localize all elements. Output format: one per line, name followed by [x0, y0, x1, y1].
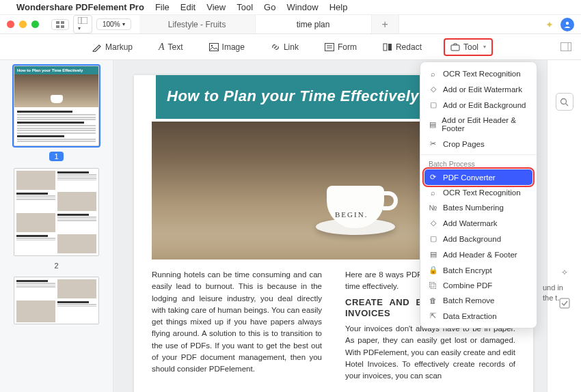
menu-window[interactable]: Window — [286, 2, 318, 12]
dd-label: PDF Converter — [443, 173, 496, 182]
trash-icon: 🗑 — [429, 296, 437, 305]
tool-label: Redact — [396, 42, 422, 52]
menu-edit[interactable]: Edit — [180, 2, 195, 12]
menu-view[interactable]: View — [206, 2, 226, 12]
tips-icon[interactable]: ✦ — [545, 19, 554, 30]
dd-label: Batch Encrypt — [443, 266, 492, 275]
new-tab-button[interactable]: + — [372, 15, 399, 33]
dd-add-header-footer[interactable]: ▤Add Header & Footer — [420, 247, 537, 262]
dd-batch-encrypt[interactable]: 🔒Batch Encrypt — [420, 262, 537, 278]
fullscreen-window-button[interactable] — [31, 20, 39, 28]
convert-icon: ⟳ — [429, 173, 437, 182]
checkbox-icon[interactable] — [559, 298, 570, 309]
user-avatar[interactable] — [560, 18, 574, 31]
image-tool[interactable]: Image — [205, 40, 249, 55]
dd-label: Add Header & Footer — [443, 251, 517, 259]
minimize-window-button[interactable] — [19, 20, 27, 28]
thumb-hero — [14, 74, 98, 107]
document-tab-timeplan[interactable]: time plan — [256, 15, 372, 33]
svg-rect-1 — [61, 21, 64, 24]
form-icon — [325, 43, 334, 51]
dd-background[interactable]: ▢Add or Edit Background — [420, 97, 537, 113]
redact-tool[interactable]: Redact — [379, 40, 426, 55]
crop-icon: ✂ — [429, 139, 437, 148]
extract-icon: ⇱ — [429, 311, 437, 320]
close-window-button[interactable] — [7, 20, 14, 28]
dd-header-footer[interactable]: ▤Add or Edit Header & Footer — [420, 113, 537, 136]
zoom-value: 100% — [103, 20, 120, 28]
menu-help[interactable]: Help — [329, 2, 348, 12]
thumbnail-view-toggle[interactable] — [51, 19, 69, 30]
page-number-badge: 1 — [49, 152, 63, 161]
page-number: 2 — [7, 262, 106, 270]
svg-rect-4 — [78, 17, 87, 24]
dd-watermark[interactable]: ◇Add or Edit Watermark — [420, 81, 537, 97]
svg-rect-19 — [560, 298, 569, 308]
dd-ocr[interactable]: ⌕OCR Text Recognition — [420, 66, 537, 81]
svg-rect-9 — [325, 43, 334, 51]
redact-icon — [383, 43, 392, 51]
toolbox-icon — [450, 42, 460, 51]
dd-label: OCR Text Recognition — [443, 70, 521, 78]
dd-pdf-converter[interactable]: ⟳PDF Converter — [424, 169, 532, 185]
app-menu[interactable]: Wondershare PDFelement Pro — [16, 2, 144, 12]
text-tool[interactable]: A Text — [154, 39, 187, 55]
menu-file[interactable]: File — [155, 2, 170, 12]
dd-batch-remove[interactable]: 🗑Batch Remove — [420, 293, 537, 308]
sparkle-icon[interactable]: ✧ — [561, 268, 568, 277]
page-thumbnail-1[interactable]: How to Plan your Time Effectively — [14, 66, 99, 146]
svg-rect-12 — [383, 44, 387, 51]
document-tab-lifestyle[interactable]: Lifestyle - Fruits — [139, 15, 256, 33]
link-icon — [271, 42, 280, 52]
dd-add-watermark[interactable]: ◇Add Watermark — [420, 215, 537, 231]
section-body: Your invoices don't always have to be in… — [345, 323, 515, 382]
text-icon: A — [159, 42, 165, 53]
form-tool[interactable]: Form — [321, 40, 361, 55]
dd-label: OCR Text Recognition — [443, 188, 521, 197]
thumb-title: How to Plan your Time Effectively — [14, 66, 98, 74]
svg-rect-0 — [56, 21, 59, 24]
highlighter-icon — [92, 42, 102, 52]
markup-tool[interactable]: Markup — [88, 40, 137, 55]
link-tool[interactable]: Link — [267, 40, 303, 55]
window-controls — [7, 20, 39, 28]
dd-batch-ocr[interactable]: ⌕OCR Text Recognition — [420, 185, 537, 200]
page-thumbnail-3[interactable] — [14, 277, 99, 324]
menu-go[interactable]: Go — [264, 2, 275, 12]
page-thumbnail-2[interactable] — [14, 168, 99, 256]
bates-icon: № — [429, 204, 437, 212]
header-icon: ▤ — [429, 120, 436, 129]
panel-toggle[interactable] — [560, 42, 571, 51]
svg-rect-15 — [561, 43, 571, 51]
dd-add-background[interactable]: ▢Add Background — [420, 231, 537, 247]
tool-menu-button[interactable]: Tool ▾ — [444, 38, 493, 56]
dd-label: Add or Edit Watermark — [443, 85, 522, 94]
dd-combine-pdf[interactable]: ⿻Combine PDF — [420, 278, 537, 293]
sidebar-toggle[interactable]: ▾ — [73, 15, 92, 33]
dd-crop[interactable]: ✂Crop Pages — [420, 136, 537, 152]
svg-point-8 — [211, 44, 212, 46]
zoom-selector[interactable]: 100%▾ — [96, 18, 131, 30]
search-button[interactable] — [556, 93, 573, 111]
tool-dropdown: ⌕OCR Text Recognition ◇Add or Edit Water… — [420, 61, 537, 328]
image-icon — [209, 43, 219, 51]
svg-line-18 — [566, 103, 569, 106]
tool-label: Markup — [105, 42, 133, 52]
cup-label: BEGIN. — [335, 210, 368, 219]
svg-rect-2 — [56, 25, 59, 28]
dd-label: Add or Edit Header & Footer — [442, 116, 528, 132]
lock-icon: 🔒 — [429, 266, 437, 275]
body-column-left: Running hotels can be time consuming and… — [152, 269, 322, 382]
dd-label: Add Background — [443, 235, 501, 243]
svg-rect-7 — [209, 43, 218, 51]
thumbnail-sidebar: How to Plan your Time Effectively 1 2 — [0, 60, 113, 392]
dd-label: Add or Edit Background — [443, 101, 526, 109]
dd-label: Batch Remove — [443, 296, 494, 305]
dd-bates[interactable]: №Bates Numbering — [420, 200, 537, 215]
dd-data-extraction[interactable]: ⇱Data Extraction — [420, 308, 537, 324]
tool-label: Tool — [463, 42, 478, 52]
dd-section-heading: Batch Process — [420, 158, 537, 169]
plus-icon: + — [381, 18, 388, 31]
menu-tool[interactable]: Tool — [237, 2, 253, 12]
window-titlebar: ▾ 100%▾ Lifestyle - Fruits time plan + ✦ — [0, 15, 581, 34]
